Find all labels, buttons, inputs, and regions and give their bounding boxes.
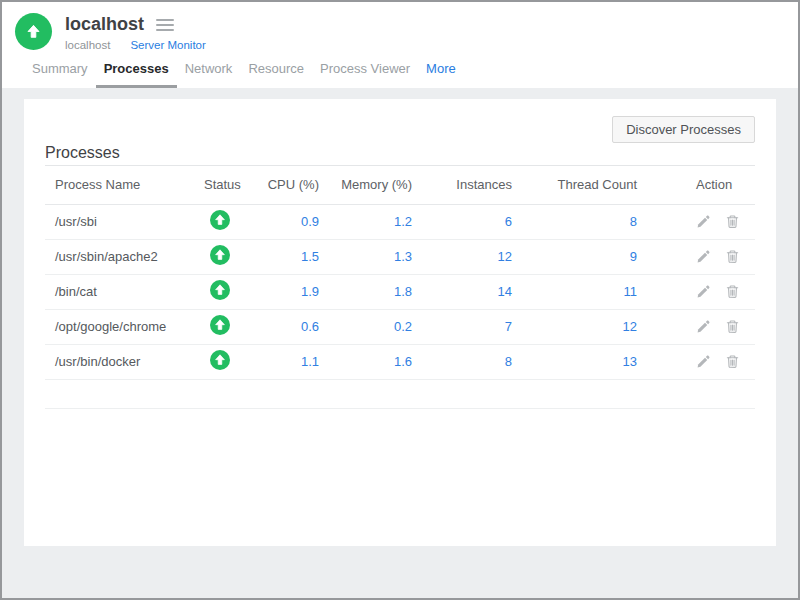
edit-pencil-icon[interactable] bbox=[696, 284, 711, 299]
process-name: /usr/bin/docker bbox=[45, 344, 203, 379]
monitor-header: localhost localhost Server Monitor bbox=[2, 2, 798, 51]
content-area: Discover Processes Processes Process Nam… bbox=[2, 88, 798, 598]
table-row: /usr/bin/docker 1.1 1.6 8 13 bbox=[45, 344, 755, 379]
edit-pencil-icon[interactable] bbox=[696, 249, 711, 264]
panel-toolbar: Discover Processes bbox=[45, 116, 755, 143]
cpu-value[interactable]: 1.9 bbox=[263, 274, 320, 309]
server-monitor-link[interactable]: Server Monitor bbox=[130, 39, 205, 51]
status-cell bbox=[203, 239, 263, 274]
table-row: /usr/sbin/apache2 1.5 1.3 12 9 bbox=[45, 239, 755, 274]
cpu-value[interactable]: 0.9 bbox=[263, 204, 320, 239]
app-window: localhost localhost Server Monitor Summa… bbox=[0, 0, 800, 600]
col-header-status: Status bbox=[203, 166, 263, 204]
tab-network[interactable]: Network bbox=[177, 57, 241, 88]
threads-value[interactable]: 9 bbox=[513, 239, 638, 274]
status-up-icon bbox=[210, 315, 230, 335]
process-name: /usr/sbi bbox=[45, 204, 203, 239]
cpu-value[interactable]: 1.1 bbox=[263, 344, 320, 379]
action-cell bbox=[638, 274, 755, 309]
status-cell bbox=[203, 204, 263, 239]
memory-value[interactable]: 1.2 bbox=[320, 204, 413, 239]
edit-pencil-icon[interactable] bbox=[696, 214, 711, 229]
delete-trash-icon[interactable] bbox=[725, 249, 740, 264]
tab-resource[interactable]: Resource bbox=[240, 57, 312, 88]
host-subtitle: localhost bbox=[65, 39, 110, 51]
tab-bar: Summary Processes Network Resource Proce… bbox=[2, 57, 798, 88]
table-row: /usr/sbi 0.9 1.2 6 8 bbox=[45, 204, 755, 239]
monitor-status-up-icon bbox=[15, 13, 52, 50]
memory-value[interactable]: 1.6 bbox=[320, 344, 413, 379]
table-header-row: Process Name Status CPU (%) Memory (%) I… bbox=[45, 166, 755, 204]
instances-value[interactable]: 6 bbox=[413, 204, 513, 239]
table-row: /bin/cat 1.9 1.8 14 11 bbox=[45, 274, 755, 309]
empty-row bbox=[45, 379, 755, 408]
col-header-process-name: Process Name bbox=[45, 166, 203, 204]
col-header-thread-count: Thread Count bbox=[513, 166, 638, 204]
instances-value[interactable]: 8 bbox=[413, 344, 513, 379]
status-cell bbox=[203, 274, 263, 309]
status-up-icon bbox=[210, 350, 230, 370]
edit-pencil-icon[interactable] bbox=[696, 319, 711, 334]
delete-trash-icon[interactable] bbox=[725, 319, 740, 334]
action-cell bbox=[638, 344, 755, 379]
processes-panel: Discover Processes Processes Process Nam… bbox=[24, 99, 776, 546]
hamburger-menu-icon[interactable] bbox=[156, 17, 174, 33]
col-header-memory: Memory (%) bbox=[320, 166, 413, 204]
memory-value[interactable]: 0.2 bbox=[320, 309, 413, 344]
status-up-icon bbox=[210, 245, 230, 265]
process-name: /usr/sbin/apache2 bbox=[45, 239, 203, 274]
status-up-icon bbox=[210, 210, 230, 230]
process-name: /bin/cat bbox=[45, 274, 203, 309]
cpu-value[interactable]: 1.5 bbox=[263, 239, 320, 274]
action-cell bbox=[638, 239, 755, 274]
title-block: localhost localhost Server Monitor bbox=[65, 13, 206, 51]
delete-trash-icon[interactable] bbox=[725, 354, 740, 369]
instances-value[interactable]: 7 bbox=[413, 309, 513, 344]
edit-pencil-icon[interactable] bbox=[696, 354, 711, 369]
threads-value[interactable]: 12 bbox=[513, 309, 638, 344]
process-name: /opt/google/chrome bbox=[45, 309, 203, 344]
action-cell bbox=[638, 204, 755, 239]
tab-more[interactable]: More bbox=[418, 57, 464, 88]
tab-summary[interactable]: Summary bbox=[24, 57, 96, 88]
discover-processes-button[interactable]: Discover Processes bbox=[612, 116, 755, 143]
col-header-action: Action bbox=[638, 166, 755, 204]
instances-value[interactable]: 14 bbox=[413, 274, 513, 309]
delete-trash-icon[interactable] bbox=[725, 214, 740, 229]
section-title: Processes bbox=[45, 145, 755, 166]
threads-value[interactable]: 8 bbox=[513, 204, 638, 239]
page-title: localhost bbox=[65, 14, 144, 35]
process-table-body: /usr/sbi 0.9 1.2 6 8 bbox=[45, 204, 755, 379]
processes-table: Process Name Status CPU (%) Memory (%) I… bbox=[45, 166, 755, 409]
delete-trash-icon[interactable] bbox=[725, 284, 740, 299]
status-cell bbox=[203, 309, 263, 344]
status-up-icon bbox=[210, 280, 230, 300]
threads-value[interactable]: 11 bbox=[513, 274, 638, 309]
table-row: /opt/google/chrome 0.6 0.2 7 12 bbox=[45, 309, 755, 344]
col-header-instances: Instances bbox=[413, 166, 513, 204]
memory-value[interactable]: 1.8 bbox=[320, 274, 413, 309]
cpu-value[interactable]: 0.6 bbox=[263, 309, 320, 344]
action-cell bbox=[638, 309, 755, 344]
tab-processes[interactable]: Processes bbox=[96, 57, 177, 88]
instances-value[interactable]: 12 bbox=[413, 239, 513, 274]
app-header: localhost localhost Server Monitor Summa… bbox=[2, 2, 798, 88]
status-cell bbox=[203, 344, 263, 379]
tab-process-viewer[interactable]: Process Viewer bbox=[312, 57, 418, 88]
memory-value[interactable]: 1.3 bbox=[320, 239, 413, 274]
threads-value[interactable]: 13 bbox=[513, 344, 638, 379]
col-header-cpu: CPU (%) bbox=[263, 166, 320, 204]
